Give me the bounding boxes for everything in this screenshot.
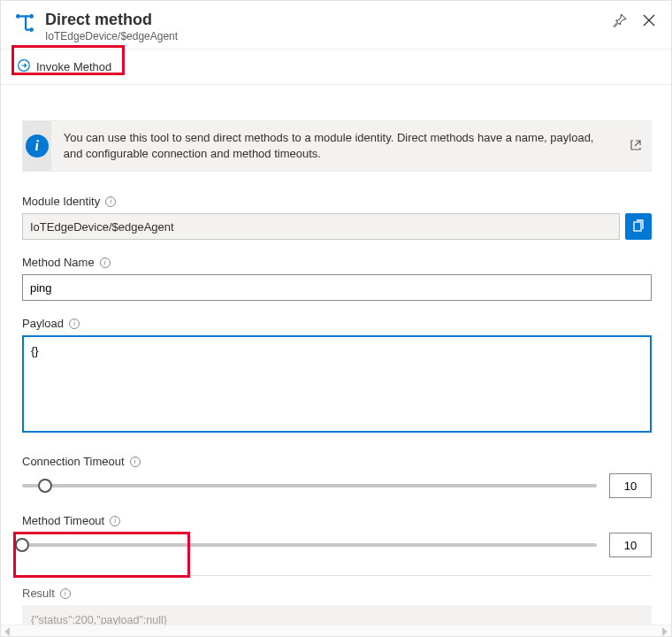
- payload-input[interactable]: [22, 335, 652, 433]
- direct-method-panel: Direct method IoTEdgeDevice/$edgeAgent: [0, 0, 672, 637]
- info-hint-icon[interactable]: i: [105, 196, 116, 207]
- module-identity-row: [22, 213, 652, 240]
- info-hint-icon[interactable]: i: [130, 457, 141, 467]
- close-button[interactable]: [641, 12, 657, 28]
- result-label-row: Result i: [22, 587, 652, 600]
- panel-body: i You can use this tool to send direct m…: [1, 85, 671, 625]
- page-subtitle: IoTEdgeDevice/$edgeAgent: [45, 29, 611, 43]
- svg-point-0: [16, 14, 20, 19]
- connection-timeout-label-row: Connection Timeout i: [22, 455, 652, 468]
- info-banner: i You can use this tool to send direct m…: [22, 120, 652, 172]
- connection-timeout-value[interactable]: [609, 473, 652, 498]
- invoke-icon: [17, 58, 31, 75]
- panel-header: Direct method IoTEdgeDevice/$edgeAgent: [1, 1, 671, 50]
- svg-point-2: [29, 27, 34, 32]
- connection-timeout-slider[interactable]: [22, 477, 597, 495]
- page-title: Direct method: [45, 10, 611, 29]
- module-identity-label: Module Identity: [22, 195, 100, 208]
- info-external-link[interactable]: [621, 121, 651, 171]
- connection-timeout-label: Connection Timeout: [22, 455, 125, 468]
- info-hint-icon[interactable]: i: [69, 318, 80, 329]
- result-output: {"status":200,"payload":null}: [22, 605, 652, 625]
- svg-point-1: [29, 14, 34, 19]
- pin-button[interactable]: [611, 12, 629, 29]
- info-text: You can use this tool to send direct met…: [51, 121, 621, 171]
- method-name-label: Method Name: [22, 256, 95, 269]
- header-actions: [611, 10, 657, 29]
- info-hint-icon[interactable]: i: [110, 516, 120, 526]
- invoke-label: Invoke Method: [36, 60, 111, 73]
- payload-label: Payload: [22, 317, 64, 330]
- direct-method-icon: [13, 12, 36, 35]
- method-timeout-thumb[interactable]: [15, 538, 29, 552]
- pin-icon: [613, 13, 627, 27]
- svg-rect-4: [634, 222, 641, 231]
- toolbar: Invoke Method: [1, 50, 671, 85]
- method-name-row: [22, 274, 652, 301]
- close-icon: [643, 14, 655, 27]
- method-timeout-slider[interactable]: [22, 536, 597, 554]
- method-name-input[interactable]: [22, 274, 652, 301]
- method-timeout-label-row: Method Timeout i: [22, 514, 652, 527]
- copy-module-identity-button[interactable]: [625, 213, 652, 240]
- connection-timeout-thumb[interactable]: [38, 479, 52, 493]
- result-label: Result: [22, 587, 55, 600]
- info-hint-icon[interactable]: i: [100, 257, 111, 268]
- info-icon-wrap: i: [23, 121, 51, 171]
- connection-timeout-group: Connection Timeout i: [22, 455, 652, 498]
- module-identity-label-row: Module Identity i: [22, 195, 652, 208]
- payload-label-row: Payload i: [22, 317, 652, 330]
- info-icon: i: [26, 134, 49, 157]
- module-identity-input: [22, 213, 620, 240]
- info-hint-icon[interactable]: i: [60, 588, 71, 599]
- method-timeout-group: Method Timeout i: [22, 514, 652, 557]
- method-timeout-value[interactable]: [609, 533, 652, 557]
- divider: [22, 575, 652, 576]
- method-name-label-row: Method Name i: [22, 256, 652, 269]
- invoke-method-button[interactable]: Invoke Method: [8, 51, 120, 82]
- method-timeout-label: Method Timeout: [22, 514, 104, 527]
- copy-icon: [631, 219, 645, 234]
- external-link-icon: [630, 139, 642, 151]
- horizontal-scrollbar[interactable]: [1, 625, 671, 636]
- header-titles: Direct method IoTEdgeDevice/$edgeAgent: [45, 10, 611, 43]
